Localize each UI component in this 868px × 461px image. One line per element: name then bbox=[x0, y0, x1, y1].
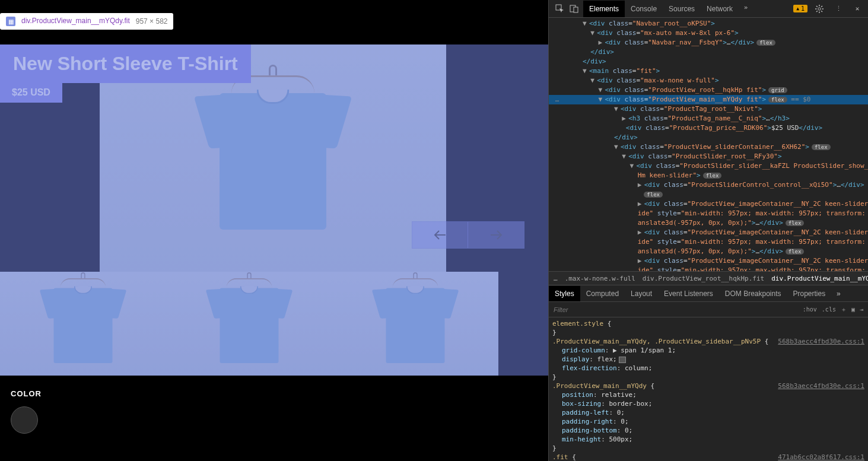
tab-sources[interactable]: Sources bbox=[663, 1, 701, 17]
elements-breadcrumb[interactable]: … .max-w-none.w-full div.ProductView_roo… bbox=[549, 271, 868, 285]
svg-line-11 bbox=[821, 6, 822, 7]
warnings-badge[interactable]: 1 bbox=[793, 5, 807, 12]
tab-elements[interactable]: Elements bbox=[583, 1, 625, 17]
tab-properties[interactable]: Properties bbox=[787, 286, 832, 301]
svg-line-9 bbox=[821, 11, 822, 12]
devtools-panel: Elements Console Sources Network » 1 ⋮ ✕… bbox=[548, 0, 868, 461]
svg-point-3 bbox=[818, 7, 821, 9]
svg-line-8 bbox=[816, 6, 818, 7]
more-tabs-icon[interactable]: » bbox=[739, 1, 753, 15]
inspect-dimensions: 957 × 582 bbox=[136, 17, 168, 26]
elements-tree[interactable]: ▼<div class="Navbar_root__oKPSU"> ▼<div … bbox=[549, 18, 868, 271]
tab-styles[interactable]: Styles bbox=[549, 286, 580, 301]
close-icon[interactable]: ✕ bbox=[850, 2, 864, 16]
more-styles-tabs-icon[interactable]: » bbox=[831, 287, 845, 301]
tab-layout[interactable]: Layout bbox=[625, 286, 658, 301]
svg-line-10 bbox=[816, 11, 818, 12]
color-label: COLOR bbox=[11, 389, 42, 398]
devtools-toolbar: Elements Console Sources Network » 1 ⋮ ✕ bbox=[549, 0, 868, 18]
device-toggle-icon[interactable] bbox=[567, 2, 581, 16]
kebab-icon[interactable]: ⋮ bbox=[831, 2, 845, 16]
inspect-element-icon[interactable] bbox=[552, 2, 567, 16]
styles-rules[interactable]: element.style { } 568b3aecc4fbd30e.css:1… bbox=[549, 317, 868, 461]
inspect-highlight-overlay bbox=[0, 44, 548, 376]
selected-element-line: … ▼<div class="ProductView_main__mYQdy f… bbox=[549, 95, 868, 104]
hov-toggle[interactable]: :hov bbox=[803, 306, 817, 313]
svg-rect-2 bbox=[574, 7, 578, 12]
computed-toggle-icon[interactable]: ⇥ bbox=[860, 306, 863, 313]
page-viewport: ▦ div.ProductView_main__mYQdy.fit 957 × … bbox=[0, 0, 548, 461]
box-model-icon[interactable]: ▣ bbox=[851, 306, 855, 313]
gear-icon[interactable] bbox=[812, 2, 826, 16]
new-rule-icon[interactable]: ＋ bbox=[841, 306, 847, 314]
color-swatch-black[interactable] bbox=[11, 406, 38, 434]
tab-network[interactable]: Network bbox=[701, 1, 739, 17]
styles-filter-bar: :hov .cls ＋ ▣ ⇥ bbox=[549, 302, 868, 317]
cls-toggle[interactable]: .cls bbox=[822, 306, 836, 313]
devtools-tabs: Elements Console Sources Network » bbox=[583, 1, 753, 17]
layout-icon: ▦ bbox=[6, 17, 15, 26]
inspect-selector: div.ProductView_main__mYQdy.fit bbox=[21, 17, 130, 26]
styles-tabs: Styles Computed Layout Event Listeners D… bbox=[549, 285, 868, 302]
tab-computed[interactable]: Computed bbox=[580, 286, 625, 301]
tab-dom-breakpoints[interactable]: DOM Breakpoints bbox=[719, 286, 787, 301]
tab-console[interactable]: Console bbox=[625, 1, 663, 17]
color-section: COLOR bbox=[11, 389, 42, 434]
styles-filter-input[interactable] bbox=[554, 306, 798, 313]
tab-event-listeners[interactable]: Event Listeners bbox=[658, 286, 719, 301]
inspect-tooltip: ▦ div.ProductView_main__mYQdy.fit 957 × … bbox=[0, 13, 173, 30]
